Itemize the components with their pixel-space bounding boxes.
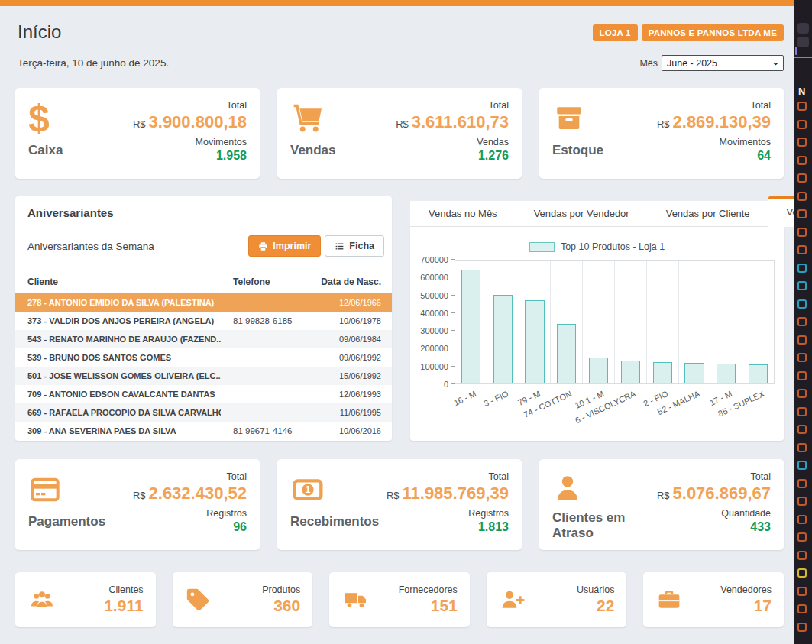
cell-telefone: 81 99828-6185 xyxy=(221,312,302,330)
browser-tab-favicon[interactable] xyxy=(797,228,807,237)
birthdays-table: Cliente Telefone Data de Nasc. 278 - ANT… xyxy=(15,270,392,440)
browser-tab-favicon[interactable] xyxy=(797,532,807,542)
chart-bar[interactable] xyxy=(461,270,480,383)
card-title: Pagamentos xyxy=(28,514,105,529)
browser-button[interactable] xyxy=(797,37,809,47)
browser-tab-favicon[interactable] xyxy=(797,551,807,560)
currency-label: R$ xyxy=(396,118,409,130)
browser-tab-favicon[interactable] xyxy=(797,281,807,290)
imprimir-button[interactable]: Imprimir xyxy=(248,235,321,257)
browser-tab-favicon[interactable] xyxy=(797,209,807,218)
chart-bar[interactable] xyxy=(749,364,768,383)
table-row[interactable]: 539 - BRUNO DOS SANTOS GOMES09/06/1992 xyxy=(15,348,392,367)
x-tick-label: 16 - M xyxy=(452,389,477,407)
month-select[interactable]: June - 2025 xyxy=(662,55,784,71)
count-label: Registros xyxy=(387,508,509,519)
chart-bar[interactable] xyxy=(589,358,608,383)
chart-bar[interactable] xyxy=(717,364,736,383)
browser-tab-favicon[interactable] xyxy=(797,371,807,380)
browser-tab-favicon[interactable] xyxy=(797,443,807,452)
browser-tab-favicon[interactable] xyxy=(797,102,807,111)
mini-card-label: Vendedores xyxy=(720,584,772,595)
tab-vendas-no-mês[interactable]: Vendas no Mês xyxy=(410,201,516,227)
browser-tab-favicon[interactable] xyxy=(797,173,807,183)
cell-telefone: 81 99671-4146 xyxy=(221,422,302,440)
ficha-button[interactable]: Ficha xyxy=(325,235,384,257)
table-row[interactable]: 373 - VALDIR DOS ANJOS PEREIRA (ANGELA)8… xyxy=(15,312,392,330)
browser-tab-favicon[interactable] xyxy=(797,407,807,416)
cell-telefone xyxy=(221,403,302,422)
currency-label: R$ xyxy=(657,118,670,130)
month-select-label: Mês xyxy=(639,58,658,69)
y-tick-label: 400000 xyxy=(420,309,448,318)
browser-button[interactable] xyxy=(797,23,809,34)
total-label: Total xyxy=(657,100,771,111)
sales-chart-panel: Top 10 Produtos - Loja 1 010000020000030… xyxy=(410,227,784,441)
browser-tab-favicon[interactable] xyxy=(797,156,807,165)
browser-tab-favicon[interactable] xyxy=(797,425,807,434)
browser-tab-favicon[interactable] xyxy=(797,461,807,470)
browser-tab-favicon[interactable] xyxy=(797,245,807,254)
count-value: 1.813 xyxy=(387,520,509,534)
y-tick-label: 700000 xyxy=(420,255,448,264)
panel-title: Aniversariantes xyxy=(15,196,392,228)
chart-category-cell xyxy=(742,261,774,383)
browser-tab-favicon[interactable] xyxy=(797,623,807,632)
browser-tab-favicon[interactable] xyxy=(797,299,807,309)
mini-card-label: Fornecedores xyxy=(399,584,458,595)
chart-bar[interactable] xyxy=(493,295,513,383)
company-badge[interactable]: PANNOS E PANNOS LTDA ME xyxy=(642,24,784,41)
browser-tab-favicon[interactable] xyxy=(797,497,807,506)
table-row[interactable]: 543 - RENATO MARINHO DE ARAUJO (FAZEND..… xyxy=(15,330,392,348)
mini-card-value: 360 xyxy=(262,597,300,615)
chart-bar[interactable] xyxy=(684,363,704,383)
browser-tab-favicon[interactable] xyxy=(797,120,807,129)
count-value: 433 xyxy=(657,520,771,534)
browser-tab-favicon[interactable] xyxy=(797,389,807,398)
table-row[interactable]: 709 - ANTONIO EDSON CAVALCANTE DANTAS12/… xyxy=(15,385,392,403)
table-row[interactable]: 669 - RAFAELA PROCOPIO DA SILVA CARVALHO… xyxy=(15,403,392,422)
strip-progress-line xyxy=(794,57,812,58)
browser-tab-favicon[interactable] xyxy=(797,317,807,326)
cell-telefone xyxy=(221,293,302,312)
chart-bar[interactable] xyxy=(653,362,672,383)
printer-icon xyxy=(258,241,268,251)
tag-icon xyxy=(185,587,211,613)
total-amount: 2.632.430,52 xyxy=(149,484,247,503)
chart-bar[interactable] xyxy=(525,300,544,383)
count-label: Registros xyxy=(133,508,247,519)
browser-tab-favicon[interactable] xyxy=(797,353,807,362)
list-icon xyxy=(335,241,345,251)
browser-tab-favicon[interactable] xyxy=(797,587,807,596)
browser-tab-favicon[interactable] xyxy=(797,515,807,524)
browser-tab-favicon[interactable] xyxy=(797,192,807,201)
table-row[interactable]: 309 - ANA SEVERINA PAES DA SILVA81 99671… xyxy=(15,422,392,440)
browser-tab-favicon[interactable] xyxy=(797,264,807,273)
browser-tab-favicon[interactable] xyxy=(797,568,807,578)
count-label: Movimentos xyxy=(133,137,247,147)
tab-vendas-por-cliente[interactable]: Vendas por Cliente xyxy=(648,201,768,227)
legend-swatch xyxy=(529,242,555,252)
browser-tab-favicon[interactable] xyxy=(797,604,807,613)
users-icon xyxy=(27,587,57,612)
sales-tabs: Vendas no MêsVendas por VendedorVendas p… xyxy=(410,196,784,227)
count-value: 1.276 xyxy=(396,149,509,163)
table-row[interactable]: 501 - JOSE WELISSON GOMES OLIVEIRA (ELC.… xyxy=(15,367,392,385)
tab-vendas-por-vendedor[interactable]: Vendas por Vendedor xyxy=(516,201,648,227)
dashboard-main: Início LOJA 1 PANNOS E PANNOS LTDA ME Te… xyxy=(0,6,794,627)
count-value: 1.958 xyxy=(133,149,247,163)
chart-bar[interactable] xyxy=(557,324,576,383)
total-label: Total xyxy=(133,100,247,111)
mini-card-vendedores: Vendedores 17 xyxy=(643,572,784,627)
browser-tab-favicon[interactable] xyxy=(797,138,807,147)
mini-card-fornecedores: Fornecedores 151 xyxy=(329,572,470,627)
card-title: Caixa xyxy=(28,143,63,158)
cell-cliente: 278 - ANTONIO EMIDIO DA SILVA (PALESTINA… xyxy=(15,293,221,312)
chart-bar[interactable] xyxy=(621,361,640,383)
total-amount: 2.869.130,39 xyxy=(673,112,771,131)
browser-tab-favicon[interactable] xyxy=(797,479,807,488)
browser-tab-favicon[interactable] xyxy=(797,335,807,345)
table-row[interactable]: 278 - ANTONIO EMIDIO DA SILVA (PALESTINA… xyxy=(15,293,392,312)
store-badge[interactable]: LOJA 1 xyxy=(593,24,638,41)
card-title: Recebimentos xyxy=(290,514,379,529)
